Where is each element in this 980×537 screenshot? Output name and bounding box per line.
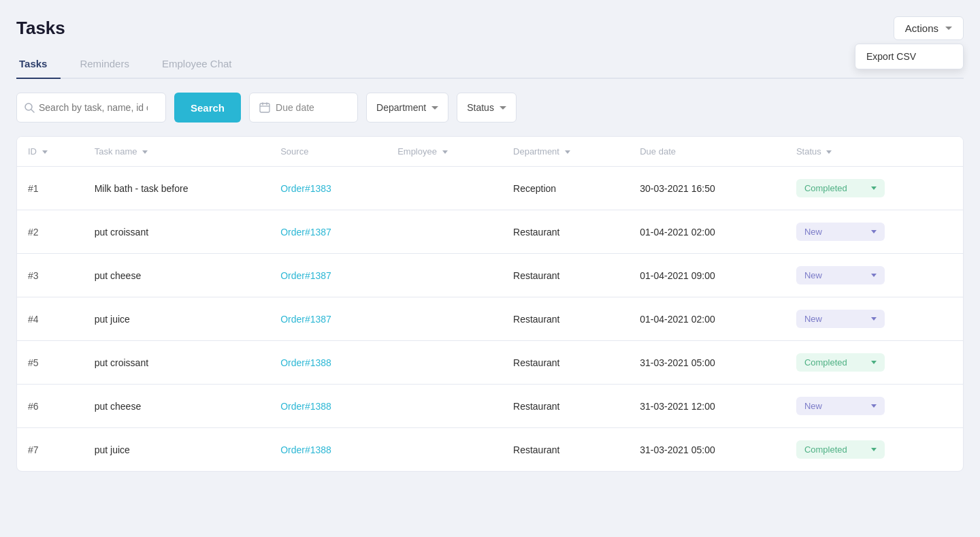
status-badge-chevron-icon (871, 274, 877, 277)
status-badge[interactable]: New (796, 266, 885, 284)
department-filter[interactable]: Department (366, 93, 448, 123)
cell-source[interactable]: Order#1387 (270, 254, 387, 297)
search-button[interactable]: Search (174, 93, 241, 123)
table-row: #5 put croissant Order#1388 Restaurant 3… (17, 341, 963, 385)
status-badge-chevron-icon (871, 361, 877, 364)
cell-department: Restaurant (502, 254, 629, 297)
cell-id: #4 (17, 297, 84, 341)
due-date-label: Due date (276, 102, 314, 113)
status-badge[interactable]: Completed (796, 353, 885, 372)
id-sort-icon (42, 150, 48, 154)
cell-id: #3 (17, 254, 84, 297)
cell-task-name: put croissant (84, 210, 270, 254)
cell-status[interactable]: New (785, 210, 963, 254)
actions-dropdown: Export CSV (855, 44, 964, 69)
cell-department: Restaurant (502, 385, 629, 428)
cell-source[interactable]: Order#1387 (270, 210, 387, 254)
cell-due-date: 31-03-2021 05:00 (629, 428, 785, 472)
status-badge[interactable]: New (796, 223, 885, 241)
page-container: Tasks Actions Export CSV Tasks Reminders… (0, 0, 980, 537)
table-row: #4 put juice Order#1387 Restaurant 01-04… (17, 297, 963, 341)
department-label: Department (376, 102, 426, 113)
cell-source[interactable]: Order#1388 (270, 385, 387, 428)
cell-department: Restaurant (502, 210, 629, 254)
col-due-date: Due date (629, 137, 785, 167)
col-department[interactable]: Department (502, 137, 629, 167)
cell-department: Restaurant (502, 297, 629, 341)
status-badge-chevron-icon (871, 230, 877, 233)
tasks-table: ID Task name Source Employee (17, 137, 963, 471)
status-label: Status (467, 102, 494, 113)
actions-button[interactable]: Actions (894, 16, 964, 40)
cell-id: #2 (17, 210, 84, 254)
header-actions-area: Actions Export CSV (894, 16, 964, 40)
status-badge[interactable]: Completed (796, 440, 885, 459)
cell-employee (387, 385, 502, 428)
table-row: #3 put cheese Order#1387 Restaurant 01-0… (17, 254, 963, 297)
cell-task-name: put juice (84, 297, 270, 341)
cell-source[interactable]: Order#1387 (270, 297, 387, 341)
status-badge-chevron-icon (871, 186, 877, 190)
cell-department: Restaurant (502, 428, 629, 472)
status-sort-icon (826, 150, 832, 154)
cell-employee (387, 297, 502, 341)
col-id[interactable]: ID (17, 137, 84, 167)
table-row: #7 put juice Order#1388 Restaurant 31-03… (17, 428, 963, 472)
status-badge-chevron-icon (871, 448, 877, 451)
cell-due-date: 01-04-2021 02:00 (629, 297, 785, 341)
page-title: Tasks (16, 18, 65, 39)
cell-status[interactable]: Completed (785, 167, 963, 210)
cell-source[interactable]: Order#1383 (270, 167, 387, 210)
employee-sort-icon (442, 150, 448, 154)
col-employee[interactable]: Employee (387, 137, 502, 167)
cell-id: #6 (17, 385, 84, 428)
cell-status[interactable]: New (785, 385, 963, 428)
cell-status[interactable]: New (785, 254, 963, 297)
filters-row: Search Due date Department Status (16, 93, 964, 123)
table-body: #1 Milk bath - task before Order#1383 Re… (17, 167, 963, 472)
col-status[interactable]: Status (785, 137, 963, 167)
col-task-name[interactable]: Task name (84, 137, 270, 167)
page-header: Tasks Actions Export CSV (16, 16, 964, 40)
search-icon (24, 102, 35, 113)
cell-id: #5 (17, 341, 84, 385)
cell-due-date: 31-03-2021 12:00 (629, 385, 785, 428)
tab-tasks[interactable]: Tasks (16, 51, 61, 79)
table-row: #6 put cheese Order#1388 Restaurant 31-0… (17, 385, 963, 428)
cell-task-name: put juice (84, 428, 270, 472)
tab-employee-chat[interactable]: Employee Chat (159, 51, 246, 79)
department-chevron-icon (431, 106, 438, 110)
cell-due-date: 01-04-2021 09:00 (629, 254, 785, 297)
cell-due-date: 31-03-2021 05:00 (629, 341, 785, 385)
cell-status[interactable]: New (785, 297, 963, 341)
calendar-icon (259, 102, 270, 113)
search-wrapper (16, 93, 166, 123)
cell-employee (387, 210, 502, 254)
cell-status[interactable]: Completed (785, 341, 963, 385)
search-input[interactable] (39, 102, 148, 113)
cell-status[interactable]: Completed (785, 428, 963, 472)
cell-employee (387, 428, 502, 472)
cell-employee (387, 167, 502, 210)
status-badge-chevron-icon (871, 317, 877, 321)
cell-source[interactable]: Order#1388 (270, 428, 387, 472)
status-filter[interactable]: Status (457, 93, 517, 123)
status-badge[interactable]: New (796, 397, 885, 415)
export-csv-item[interactable]: Export CSV (855, 44, 963, 69)
actions-label: Actions (905, 22, 938, 34)
status-badge[interactable]: Completed (796, 179, 885, 197)
due-date-filter[interactable]: Due date (249, 93, 358, 123)
cell-task-name: put cheese (84, 254, 270, 297)
svg-rect-2 (260, 103, 270, 112)
table-container: ID Task name Source Employee (16, 136, 964, 472)
status-badge-chevron-icon (871, 404, 877, 408)
cell-source[interactable]: Order#1388 (270, 341, 387, 385)
department-sort-icon (565, 150, 570, 154)
tab-reminders[interactable]: Reminders (77, 51, 143, 79)
cell-due-date: 01-04-2021 02:00 (629, 210, 785, 254)
table-row: #1 Milk bath - task before Order#1383 Re… (17, 167, 963, 210)
tabs-container: Tasks Reminders Employee Chat (16, 51, 964, 79)
cell-task-name: put croissant (84, 341, 270, 385)
cell-department: Restaurant (502, 341, 629, 385)
status-badge[interactable]: New (796, 310, 885, 328)
